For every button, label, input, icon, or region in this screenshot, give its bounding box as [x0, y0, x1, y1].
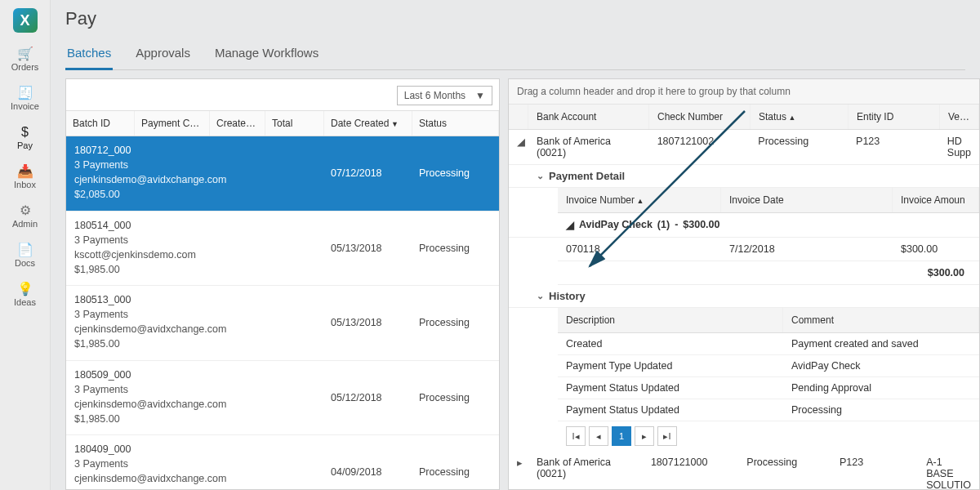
expand-icon[interactable]: ▸	[509, 451, 528, 490]
cell-status: Processing	[738, 451, 831, 490]
batch-row[interactable]: 180409_0003 Paymentscjenkinsdemo@avidxch…	[66, 435, 499, 489]
invoice-total-row: $300.00	[558, 261, 979, 285]
batch-total: $1,985.00	[74, 262, 316, 277]
invoice-row[interactable]: 0701187/12/2018$300.00	[558, 238, 979, 261]
batch-created-by: cjenkinsdemo@avidxchange.com	[74, 397, 316, 412]
col-invoice-number[interactable]: Invoice Number	[558, 188, 721, 212]
payment-detail-label: Payment Detail	[549, 170, 625, 182]
nav-item-invoice[interactable]: 🧾Invoice	[0, 78, 50, 118]
history-row: Payment Status UpdatedPending Approval	[558, 377, 979, 399]
nav-label: Orders	[11, 62, 39, 72]
batch-date: 05/12/2018	[324, 361, 412, 435]
cell-entity: P123	[831, 451, 918, 490]
nav-item-docs[interactable]: 📄Docs	[0, 235, 50, 274]
admin-icon: ⚙	[20, 204, 31, 217]
invoice-group-count: (1)	[657, 219, 670, 231]
history-desc: Payment Status Updated	[558, 399, 783, 421]
invoice-total: $300.00	[920, 261, 979, 284]
col-bank-account[interactable]: Bank Account	[528, 105, 649, 129]
history-header[interactable]: ⌄ History	[509, 285, 979, 308]
date-filter-select[interactable]: Last 6 Months ▼	[397, 86, 492, 105]
tabs: BatchesApprovalsManage Workflows	[65, 38, 965, 70]
col-created-by[interactable]: Created By	[210, 111, 265, 136]
batch-total: $2,085.00	[74, 187, 316, 202]
tab-approvals[interactable]: Approvals	[134, 38, 192, 69]
col-status[interactable]: Status	[412, 111, 499, 136]
history-row: Payment Status UpdatedProcessing	[558, 399, 979, 421]
nav-item-orders[interactable]: 🛒Orders	[0, 39, 50, 78]
invoice-group-name: AvidPay Check	[579, 219, 653, 231]
chevron-down-icon: ▼	[475, 90, 485, 101]
invoice-group-row[interactable]: ◢ AvidPay Check (1) - $300.00	[509, 213, 979, 238]
pager-prev-button[interactable]: ◂	[589, 426, 608, 446]
batch-date: 07/12/2018	[324, 136, 412, 211]
payment-row[interactable]: ▸Bank of America (0021)1807121000Process…	[509, 451, 979, 490]
batch-date: 05/13/2018	[324, 286, 412, 360]
history-row: CreatedPayment created and saved	[558, 333, 979, 355]
batch-payment-count: 3 Payments	[74, 382, 316, 397]
invoice-table-header: Invoice Number Invoice Date Invoice Amou…	[558, 188, 979, 213]
nav-label: Ideas	[14, 297, 36, 307]
history-comment: Payment created and saved	[783, 333, 979, 354]
pager-last-button[interactable]: ▸I	[657, 426, 677, 446]
batch-created-by: cjenkinsdemo@avidxchange.com	[74, 471, 316, 486]
page-title: Pay	[65, 8, 96, 29]
col-payment-co[interactable]: Payment Co...	[135, 111, 210, 136]
history-desc: Created	[558, 333, 783, 354]
tab-batches[interactable]: Batches	[65, 38, 113, 69]
tab-manage-workflows[interactable]: Manage Workflows	[213, 38, 320, 69]
pager: I◂ ◂ 1 ▸ ▸I	[509, 421, 979, 451]
nav-item-inbox[interactable]: 📥Inbox	[0, 157, 50, 196]
pager-first-button[interactable]: I◂	[566, 426, 586, 446]
nav-item-pay[interactable]: $Pay	[0, 118, 50, 157]
col-entity-id[interactable]: Entity ID	[849, 105, 940, 129]
batch-id: 180513_000	[74, 292, 316, 307]
batch-row[interactable]: 180513_0003 Paymentscjenkinsdemo@avidxch…	[66, 286, 499, 361]
col-history-comment[interactable]: Comment	[783, 308, 979, 332]
history-comment: Processing	[783, 399, 979, 421]
batch-status: Processing	[412, 136, 499, 211]
batch-status: Processing	[412, 212, 499, 286]
col-detail-status[interactable]: Status	[751, 105, 849, 129]
expand-icon[interactable]: ◢	[509, 130, 528, 164]
batch-id: 180509_000	[74, 368, 316, 382]
invoice-number: 070118	[558, 238, 721, 261]
batch-created-by: cjenkinsdemo@avidxchange.com	[74, 172, 316, 187]
pager-page-button[interactable]: 1	[612, 426, 631, 446]
col-history-desc[interactable]: Description	[558, 308, 783, 332]
cell-bank: Bank of America (0021)	[528, 451, 643, 490]
cell-check: 1807121002	[649, 130, 751, 164]
nav-item-ideas[interactable]: 💡Ideas	[0, 274, 50, 314]
batch-payment-count: 3 Payments	[74, 457, 316, 471]
history-comment: AvidPay Check	[783, 355, 979, 376]
batch-date: 05/13/2018	[324, 212, 412, 286]
cell-entity: P123	[848, 130, 939, 164]
history-desc: Payment Type Updated	[558, 355, 783, 376]
cell-vendor: HD Supp	[939, 130, 979, 164]
cell-bank: Bank of America (0021)	[528, 130, 649, 164]
history-table-header: Description Comment	[558, 308, 979, 333]
group-hint[interactable]: Drag a column header and drop it here to…	[509, 79, 979, 105]
batch-created-by: cjenkinsdemo@avidxchange.com	[74, 322, 316, 336]
batch-row[interactable]: 180712_0003 Paymentscjenkinsdemo@avidxch…	[66, 136, 499, 212]
col-vendor[interactable]: Vendor	[940, 105, 979, 129]
invoice-icon: 🧾	[17, 87, 33, 100]
nav-label: Pay	[17, 140, 33, 150]
history-desc: Payment Status Updated	[558, 377, 783, 399]
payment-detail-header[interactable]: ⌄ Payment Detail	[509, 165, 979, 188]
batch-row[interactable]: 180514_0003 Paymentskscott@cjenkinsdemo.…	[66, 212, 499, 287]
invoice-group-amount: $300.00	[683, 219, 719, 231]
cell-vendor: A-1 BASE SOLUTIO	[918, 451, 979, 490]
date-filter-label: Last 6 Months	[404, 90, 466, 101]
col-total[interactable]: Total	[265, 111, 324, 136]
col-invoice-date[interactable]: Invoice Date	[721, 188, 893, 212]
col-date-created[interactable]: Date Created	[324, 111, 412, 136]
pager-next-button[interactable]: ▸	[635, 426, 654, 446]
col-batch-id[interactable]: Batch ID	[66, 111, 135, 136]
batch-row[interactable]: 180509_0003 Paymentscjenkinsdemo@avidxch…	[66, 361, 499, 436]
history-comment: Pending Approval	[783, 377, 979, 399]
col-check-number[interactable]: Check Number	[649, 105, 751, 129]
nav-item-admin[interactable]: ⚙Admin	[0, 196, 50, 235]
col-invoice-amount[interactable]: Invoice Amoun	[893, 188, 979, 212]
payment-row[interactable]: ◢Bank of America (0021)1807121002Process…	[509, 130, 979, 165]
